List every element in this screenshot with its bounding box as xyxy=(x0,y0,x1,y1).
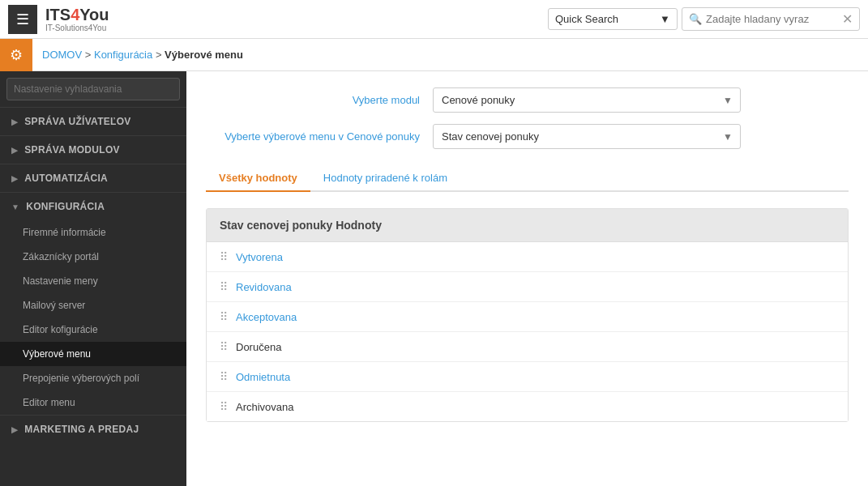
breadcrumb-level1[interactable]: Konfigurácia xyxy=(94,49,152,61)
breadcrumb: DOMOV > Konfigurácia > Výberové menu xyxy=(42,49,243,61)
chevron-right-icon: ▶ xyxy=(11,425,18,434)
chevron-right-icon: ▶ xyxy=(11,117,18,126)
picklist-label: Vyberte výberové menu v Cenové ponuky xyxy=(206,130,433,143)
search-clear-button[interactable]: ✕ xyxy=(842,11,853,27)
sidebar-item-editor-menu[interactable]: Editor menu xyxy=(0,390,186,415)
module-select-wrap: Cenové ponuky ▼ xyxy=(433,87,741,113)
value-link-akceptovana[interactable]: Akceptovana xyxy=(236,311,297,323)
value-link-revidovana[interactable]: Revidovana xyxy=(236,281,292,293)
value-link-vytvorena[interactable]: Vytvorena xyxy=(236,251,283,263)
drag-handle-icon[interactable]: ⠿ xyxy=(220,310,228,323)
breadcrumb-bar: ⚙ DOMOV > Konfigurácia > Výberové menu xyxy=(0,39,868,71)
module-select[interactable]: Cenové ponuky xyxy=(433,87,741,113)
breadcrumb-home[interactable]: DOMOV xyxy=(42,49,82,61)
value-item-revidovana: ⠿ Revidovana xyxy=(207,272,848,302)
sidebar-search-input[interactable] xyxy=(6,78,180,100)
value-item-vytvorena: ⠿ Vytvorena xyxy=(207,242,848,272)
sidebar-section-marketing: ▶ MARKETING A PREDAJ xyxy=(0,415,186,443)
module-form-row: Vyberte modul Cenové ponuky ▼ xyxy=(206,87,849,113)
drag-handle-icon[interactable]: ⠿ xyxy=(220,280,228,293)
sidebar-item-sprava-uzivatelov[interactable]: ▶ SPRÁVA UŽÍVATEĽOV xyxy=(0,108,186,135)
tab-all-values[interactable]: Všetky hodnoty xyxy=(206,165,310,192)
value-text-archivovana: Archivovana xyxy=(236,401,294,413)
main-content: Vyberte modul Cenové ponuky ▼ Vyberte vý… xyxy=(186,71,868,486)
drag-handle-icon[interactable]: ⠿ xyxy=(220,400,228,413)
drag-handle-icon[interactable]: ⠿ xyxy=(220,370,228,383)
sidebar-item-sprava-modulov[interactable]: ▶ SPRÁVA MODULOV xyxy=(0,136,186,164)
logo: ITS4You IT-Solutions4You xyxy=(45,6,109,32)
tabs-row: Všetky hodnoty Hodnoty priradené k rolám xyxy=(206,165,849,192)
chevron-right-icon: ▶ xyxy=(11,174,18,183)
hamburger-button[interactable]: ☰ xyxy=(8,5,37,34)
sidebar-section-label: MARKETING A PREDAJ xyxy=(24,424,139,435)
search-icon: 🔍 xyxy=(689,13,702,25)
sidebar-item-automatizacia[interactable]: ▶ AUTOMATIZÁCIA xyxy=(0,164,186,192)
tab-role-values[interactable]: Hodnoty priradené k rolám xyxy=(310,165,460,192)
chevron-down-icon: ▼ xyxy=(11,202,19,211)
value-item-odmietnuta: ⠿ Odmietnuta xyxy=(207,362,848,392)
module-label: Vyberte modul xyxy=(206,94,433,106)
values-section: Stav cenovej ponuky Hodnoty ⠿ Vytvorena … xyxy=(206,208,849,422)
drag-handle-icon[interactable]: ⠿ xyxy=(220,250,228,263)
values-header: Stav cenovej ponuky Hodnoty xyxy=(207,209,848,242)
logo-main: ITS4You xyxy=(45,6,109,23)
sidebar-search-wrap xyxy=(0,71,186,107)
logo-sub: IT-Solutions4You xyxy=(45,23,109,32)
sidebar-section-sprava-modulov: ▶ SPRÁVA MODULOV xyxy=(0,135,186,164)
search-input[interactable] xyxy=(706,13,842,25)
sidebar-item-prepojenie-vyberovych-poli[interactable]: Prepojenie výberových polí xyxy=(0,366,186,390)
breadcrumb-sep2: > xyxy=(156,49,162,61)
value-link-odmietnuta[interactable]: Odmietnuta xyxy=(236,371,290,383)
sidebar-konfiguracia-sub: Firemné informácie Zákaznícky portál Nas… xyxy=(0,220,186,415)
sidebar-section-automatizacia: ▶ AUTOMATIZÁCIA xyxy=(0,164,186,192)
dropdown-arrow-icon: ▼ xyxy=(660,13,670,25)
search-input-wrap: 🔍 ✕ xyxy=(682,7,860,31)
value-item-dorucena: ⠿ Doručena xyxy=(207,332,848,362)
sidebar-item-konfiguracia[interactable]: ▼ KONFIGURÁCIA xyxy=(0,193,186,220)
sidebar-section-konfiguracia: ▼ KONFIGURÁCIA Firemné informácie Zákazn… xyxy=(0,192,186,415)
sidebar-section-label: KONFIGURÁCIA xyxy=(26,201,105,212)
sidebar-item-mailovy-server[interactable]: Mailový server xyxy=(0,293,186,318)
sidebar-item-zakaznicky-portal[interactable]: Zákaznícky portál xyxy=(0,245,186,269)
picklist-select[interactable]: Stav cenovej ponuky xyxy=(433,124,741,149)
breadcrumb-sep1: > xyxy=(85,49,92,61)
sidebar-item-firemne-informacie[interactable]: Firemné informácie xyxy=(0,220,186,245)
breadcrumb-current: Výberové menu xyxy=(165,49,243,61)
settings-button[interactable]: ⚙ xyxy=(0,39,32,71)
picklist-select-wrap: Stav cenovej ponuky ▼ xyxy=(433,124,741,149)
value-text-dorucena: Doručena xyxy=(236,341,281,353)
sidebar: ▶ SPRÁVA UŽÍVATEĽOV ▶ SPRÁVA MODULOV ▶ A… xyxy=(0,71,186,486)
sidebar-section-label: SPRÁVA UŽÍVATEĽOV xyxy=(24,116,130,127)
search-type-label: Quick Search xyxy=(555,13,618,25)
chevron-right-icon: ▶ xyxy=(11,146,18,155)
picklist-form-row: Vyberte výberové menu v Cenové ponuky St… xyxy=(206,124,849,149)
sidebar-item-nastavenie-meny[interactable]: Nastavenie meny xyxy=(0,269,186,293)
sidebar-item-editor-kofiguracie[interactable]: Editor kofigurácie xyxy=(0,318,186,342)
search-area: Quick Search ▼ 🔍 ✕ xyxy=(548,7,860,31)
sidebar-section-label: SPRÁVA MODULOV xyxy=(24,144,120,156)
sidebar-section-label: AUTOMATIZÁCIA xyxy=(24,173,108,184)
drag-handle-icon[interactable]: ⠿ xyxy=(220,340,228,353)
gear-icon: ⚙ xyxy=(10,46,23,64)
hamburger-icon: ☰ xyxy=(16,11,29,28)
value-item-akceptovana: ⠿ Akceptovana xyxy=(207,302,848,332)
search-type-dropdown[interactable]: Quick Search ▼ xyxy=(548,8,678,30)
sidebar-item-marketing-a-predaj[interactable]: ▶ MARKETING A PREDAJ xyxy=(0,416,186,443)
value-item-archivovana: ⠿ Archivovana xyxy=(207,392,848,421)
sidebar-item-vyberove-menu[interactable]: Výberové menu xyxy=(0,342,186,366)
sidebar-section-sprava-uzivatelov: ▶ SPRÁVA UŽÍVATEĽOV xyxy=(0,107,186,135)
